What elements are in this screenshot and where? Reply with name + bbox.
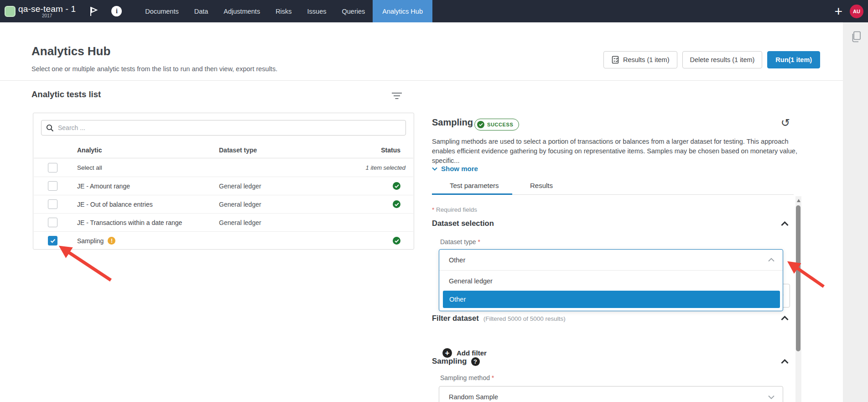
dropdown-option-other-selected[interactable]: Other [443, 291, 780, 308]
analytic-name: JE - Transactions within a date range [77, 219, 219, 226]
sampling-method-select[interactable]: Random Sample [439, 386, 783, 402]
analytic-dataset-type: General ledger [219, 219, 356, 226]
table-row[interactable]: JE - Out of balance entries General ledg… [34, 195, 413, 213]
active-tab-underline [432, 193, 512, 195]
right-rail [843, 22, 868, 402]
filter-icon[interactable] [391, 93, 402, 101]
top-bar: qa-se-team - 1 2017 i Documents Data Adj… [0, 0, 868, 22]
select-all-row: Select all 1 item selected [34, 158, 413, 177]
status-success-icon [393, 200, 400, 208]
tests-list-card: Analytic Dataset type Status Select all … [33, 113, 414, 250]
col-analytic: Analytic [77, 146, 219, 154]
select-all-checkbox[interactable] [48, 163, 57, 172]
project-switcher[interactable]: qa-se-team - 1 2017 [18, 4, 76, 18]
avatar[interactable]: AU [850, 5, 863, 18]
required-fields-note: * Required fields [432, 206, 477, 213]
row-checkbox[interactable] [48, 199, 57, 209]
collapse-chevron-up-icon[interactable] [781, 359, 789, 364]
nav-item-documents[interactable]: Documents [137, 0, 186, 22]
dataset-type-select[interactable]: Other [439, 250, 783, 271]
analytic-dataset-type: General ledger [219, 183, 356, 190]
page-title: Analytics Hub [31, 44, 110, 58]
tab-results[interactable]: Results [530, 182, 553, 189]
row-checkbox[interactable] [48, 218, 57, 227]
table-header-row: Analytic Dataset type Status [34, 142, 413, 158]
col-status: Status [356, 146, 413, 154]
page-subtitle: Select one or multiple analytic tests fr… [31, 65, 277, 73]
nav-item-adjustments[interactable]: Adjustments [216, 0, 268, 22]
info-icon[interactable]: i [111, 6, 122, 16]
documents-panel-icon[interactable] [851, 31, 862, 43]
annotation-arrow-checkbox [48, 241, 121, 284]
header-divider [0, 80, 843, 81]
chevron-down-icon [768, 395, 774, 399]
status-success-icon [393, 182, 400, 190]
analytic-name: JE - Out of balance entries [77, 201, 219, 208]
reset-icon[interactable]: ↺ [781, 117, 790, 128]
section-sampling: Sampling [432, 357, 467, 366]
nav-item-issues[interactable]: Issues [300, 0, 334, 22]
dataset-type-label: Dataset type * [440, 238, 480, 245]
nav-item-risks[interactable]: Risks [268, 0, 299, 22]
selected-count: 1 item selected [219, 164, 413, 171]
col-dataset-type: Dataset type [219, 146, 356, 154]
run-button[interactable]: Run(1 item) [767, 51, 820, 68]
status-badge: SUCCESS [474, 119, 519, 131]
help-icon[interactable]: ? [471, 357, 480, 366]
dataset-type-dropdown-open: Other General ledger Other [439, 249, 783, 311]
annotation-arrow-dropdown [781, 257, 831, 292]
nav-item-data[interactable]: Data [187, 0, 216, 22]
analytic-name: JE - Amount range [77, 183, 219, 190]
results-button[interactable]: Results (1 item) [603, 51, 677, 68]
search-icon [46, 124, 54, 132]
dropdown-option-general-ledger[interactable]: General ledger [439, 273, 783, 289]
add-icon[interactable]: + [834, 5, 842, 17]
detail-title: Sampling [432, 117, 473, 128]
section-dataset-selection: Dataset selection [432, 219, 494, 228]
select-all-label: Select all [77, 164, 219, 171]
flag-icon[interactable] [88, 6, 99, 17]
filter-hint: (Filtered 5000 of 5000 results) [483, 315, 566, 322]
status-success-icon [393, 237, 400, 245]
project-name: qa-se-team - 1 [18, 4, 76, 14]
section-filter-dataset: Filter dataset [432, 314, 479, 323]
success-check-icon [477, 121, 484, 128]
tab-test-parameters[interactable]: Test parameters [450, 182, 499, 189]
nav-item-analytics-hub[interactable]: Analytics Hub [373, 0, 432, 22]
scrollbar-up-arrow[interactable] [797, 199, 800, 202]
plus-icon: + [442, 348, 452, 358]
table-row[interactable]: JE - Amount range General ledger [34, 177, 413, 195]
detail-description: Sampling methods are used to select a po… [432, 137, 800, 166]
search-input[interactable] [58, 124, 401, 131]
row-checkbox[interactable] [48, 181, 57, 191]
table-row[interactable]: JE - Transactions within a date range Ge… [34, 213, 413, 231]
app-logo[interactable] [5, 6, 16, 17]
tests-list-title: Analytic tests list [31, 89, 101, 99]
nav-item-queries[interactable]: Queries [334, 0, 373, 22]
collapse-chevron-up-icon[interactable] [781, 221, 789, 226]
chevron-up-icon [768, 258, 774, 262]
chevron-down-icon [432, 167, 437, 171]
delete-results-button[interactable]: Delete results (1 item) [682, 51, 763, 68]
collapse-chevron-up-icon[interactable] [781, 316, 789, 321]
show-more-link[interactable]: Show more [432, 165, 478, 172]
main-nav: Documents Data Adjustments Risks Issues … [137, 0, 432, 22]
add-filter-button[interactable]: + Add filter [442, 348, 487, 358]
sampling-method-label: Sampling method * [440, 374, 494, 381]
search-box [41, 120, 406, 136]
results-list-icon [611, 56, 619, 64]
analytic-dataset-type: General ledger [219, 201, 356, 208]
